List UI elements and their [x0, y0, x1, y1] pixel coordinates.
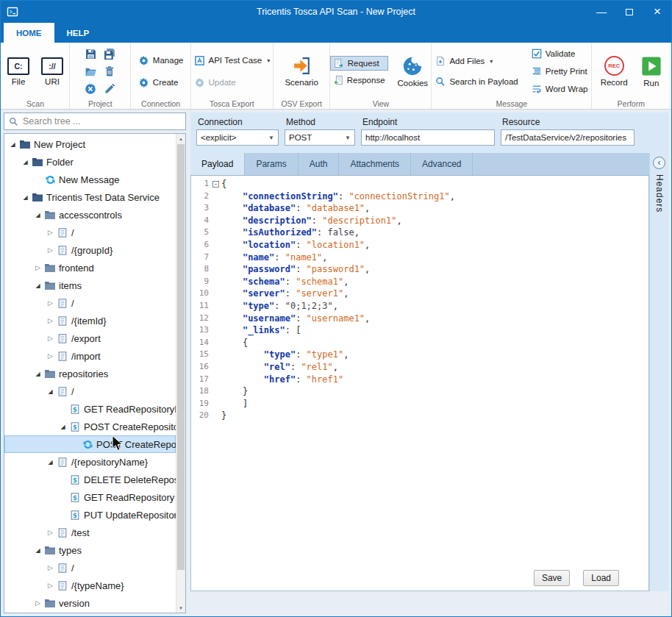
word-wrap-button[interactable]: Word Wrap	[529, 82, 591, 96]
tree-item[interactable]: ◢items	[4, 277, 176, 294]
save-project-as-button[interactable]	[101, 46, 118, 62]
tree-scrollbar[interactable]: ▲ ▼	[176, 134, 185, 613]
update-button[interactable]: Update	[191, 76, 274, 90]
collapsed-arrow-icon[interactable]: ▷	[45, 352, 56, 360]
expanded-arrow-icon[interactable]: ◢	[32, 282, 43, 289]
endpoint-input[interactable]: http://localhost	[361, 129, 495, 146]
expanded-arrow-icon[interactable]: ◢	[45, 459, 56, 466]
close-project-button[interactable]	[82, 82, 99, 97]
tree-item[interactable]: ◢/{repositoryName}	[4, 453, 176, 471]
code-text[interactable]: {	[221, 337, 248, 349]
pretty-print-button[interactable]: Pretty Print	[529, 65, 591, 78]
tree-item[interactable]: ◢New Project	[4, 135, 176, 153]
tree-item[interactable]: ▷/import	[4, 347, 176, 365]
search-in-payload-button[interactable]: Search in Payload	[432, 75, 521, 88]
code-text[interactable]: "username": "username1",	[221, 313, 370, 325]
tree-item[interactable]: ▷/test	[4, 524, 176, 541]
uri-scan-button[interactable]: :// URI	[37, 55, 67, 88]
expanded-arrow-icon[interactable]: ◢	[20, 159, 31, 165]
scroll-up-icon[interactable]: ▲	[176, 134, 185, 143]
tree-item[interactable]: ▷/{groupId}	[4, 241, 176, 259]
tree-item[interactable]: $PUT UpdateRepository	[4, 506, 176, 524]
tab-payload[interactable]: Payload	[190, 153, 245, 175]
collapsed-arrow-icon[interactable]: ▷	[45, 529, 56, 536]
tree-item[interactable]: ▷frontend	[4, 259, 176, 277]
record-button[interactable]: REC Record	[597, 54, 632, 89]
code-text[interactable]: ]	[221, 398, 248, 410]
code-text[interactable]: }	[221, 385, 248, 398]
run-button[interactable]: Run	[637, 54, 665, 90]
tree-search-input[interactable]	[23, 116, 181, 126]
tab-attachments[interactable]: Attachments	[339, 153, 411, 175]
tab-auth[interactable]: Auth	[299, 153, 340, 175]
collapsed-arrow-icon[interactable]: ▷	[32, 264, 43, 271]
manage-connection-button[interactable]: Manage	[135, 54, 187, 68]
tab-help[interactable]: HELP	[54, 23, 102, 43]
tree-item[interactable]: $GET ReadRepository	[4, 488, 176, 506]
tree-item[interactable]: ◢types	[4, 541, 176, 559]
payload-editor[interactable]: 1-{2 "connectionString": "connectionStri…	[190, 175, 649, 591]
collapsed-arrow-icon[interactable]: ▷	[45, 335, 56, 342]
collapsed-arrow-icon[interactable]: ▷	[45, 229, 56, 236]
expanded-arrow-icon[interactable]: ◢	[45, 388, 56, 395]
scrollbar-thumb[interactable]	[177, 144, 185, 570]
rename-button[interactable]	[101, 82, 118, 97]
close-button[interactable]: ×	[643, 1, 671, 23]
maximize-button[interactable]	[615, 1, 643, 23]
code-text[interactable]: "_links": [	[221, 324, 301, 337]
validate-button[interactable]: Validate	[529, 47, 591, 60]
scroll-down-icon[interactable]: ▼	[176, 603, 185, 613]
collapsed-arrow-icon[interactable]: ▷	[45, 317, 56, 324]
tree-item[interactable]: ◢repositories	[4, 365, 176, 382]
expanded-arrow-icon[interactable]: ◢	[32, 547, 43, 554]
add-files-button[interactable]: Add Files ▾	[432, 54, 521, 68]
expanded-arrow-icon[interactable]: ◢	[20, 194, 31, 201]
expanded-arrow-icon[interactable]: ◢	[57, 424, 68, 430]
code-text[interactable]: "rel": "rel1",	[221, 361, 338, 374]
response-toggle-button[interactable]: Response	[330, 74, 388, 87]
code-text[interactable]: }	[221, 410, 226, 422]
code-text[interactable]: "schema": "schema1",	[221, 276, 348, 288]
tree-item[interactable]: ◢Tricentis Test Data Service	[4, 188, 176, 206]
tree-item[interactable]: POST CreateRepository	[4, 435, 176, 453]
expanded-arrow-icon[interactable]: ◢	[32, 212, 43, 218]
delete-button[interactable]	[101, 64, 118, 79]
code-text[interactable]: "isAuthorized": false,	[221, 227, 360, 239]
tree-item[interactable]: ▷/{typeName}	[4, 577, 176, 594]
tree-item[interactable]: ◢accesscontrols	[4, 206, 176, 224]
code-text[interactable]: "password": "password1",	[221, 263, 370, 276]
load-button[interactable]: Load	[583, 570, 619, 586]
tree-item[interactable]: ▷/	[4, 559, 176, 577]
code-text[interactable]: "href": "href1"	[221, 374, 343, 386]
tree-item[interactable]: ◢Folder	[4, 153, 176, 171]
method-select[interactable]: POST ▼	[285, 129, 355, 146]
tree-item[interactable]: ▷/	[4, 294, 176, 312]
collapsed-arrow-icon[interactable]: ▷	[45, 582, 56, 589]
fold-toggle-icon[interactable]: -	[210, 178, 221, 190]
connection-select[interactable]: <explicit> ▼	[196, 129, 279, 146]
code-text[interactable]: "description": "description1",	[221, 215, 402, 227]
code-text[interactable]: "name": "name1",	[221, 252, 328, 264]
request-toggle-button[interactable]: Request	[330, 56, 388, 71]
tree-item[interactable]: ▷/{itemId}	[4, 312, 176, 329]
code-text[interactable]: {	[221, 178, 226, 190]
file-scan-button[interactable]: C: File	[4, 55, 33, 88]
save-button[interactable]: Save	[534, 570, 570, 586]
expanded-arrow-icon[interactable]: ◢	[32, 371, 43, 377]
expanded-arrow-icon[interactable]: ◢	[7, 141, 18, 148]
code-text[interactable]: "location": "location1",	[221, 239, 370, 252]
code-text[interactable]: "database": "database1",	[221, 202, 370, 215]
tree-item[interactable]: ▷/	[4, 224, 176, 241]
collapsed-arrow-icon[interactable]: ▷	[45, 564, 56, 571]
cookies-button[interactable]: Cookies	[394, 54, 432, 90]
api-test-case-button[interactable]: API Test Case ▾	[191, 54, 274, 68]
code-text[interactable]: "server": "server1",	[221, 288, 348, 300]
tree-item[interactable]: ◢$POST CreateRepository	[4, 418, 176, 435]
code-text[interactable]: "connectionString": "connectionString1",	[221, 190, 455, 203]
scenario-button[interactable]: Scenario	[281, 54, 321, 89]
tree-item[interactable]: $GET ReadRepositoryList	[4, 400, 176, 418]
code-text[interactable]: "type": "0;1;2;3",	[221, 300, 338, 313]
collapsed-arrow-icon[interactable]: ▷	[45, 246, 56, 254]
tree-item[interactable]: ▷version	[4, 594, 176, 612]
tab-params[interactable]: Params	[245, 153, 298, 175]
